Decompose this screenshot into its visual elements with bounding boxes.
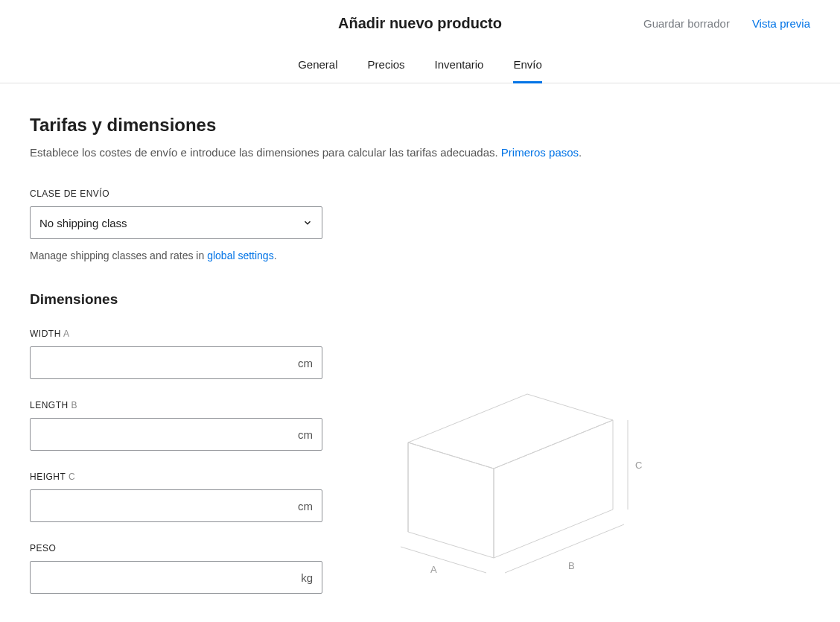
section-title: Tarifas y dimensiones bbox=[30, 115, 810, 136]
svg-marker-1 bbox=[408, 394, 613, 469]
shipping-class-value: No shipping class bbox=[39, 217, 127, 229]
svg-text:A: A bbox=[430, 564, 437, 575]
svg-line-5 bbox=[401, 547, 486, 573]
length-label: LENGTH B bbox=[30, 400, 322, 410]
length-input[interactable] bbox=[31, 419, 289, 450]
svg-text:B: B bbox=[568, 560, 575, 571]
page-title: Añadir nuevo producto bbox=[338, 15, 502, 32]
shipping-class-field: CLASE DE ENVÍO No shipping class Manage … bbox=[30, 188, 810, 261]
weight-field: PESO kg bbox=[30, 543, 322, 594]
width-label: WIDTH A bbox=[30, 329, 322, 339]
tabs: General Precios Inventario Envío bbox=[0, 46, 840, 83]
tab-prices[interactable]: Precios bbox=[368, 46, 405, 83]
page-header: Añadir nuevo producto Guardar borrador V… bbox=[0, 0, 840, 46]
save-draft-button[interactable]: Guardar borrador bbox=[643, 17, 730, 30]
width-unit: cm bbox=[289, 357, 322, 369]
weight-unit: kg bbox=[292, 571, 322, 584]
height-input[interactable] bbox=[31, 490, 289, 521]
shipping-class-helper: Manage shipping classes and rates in glo… bbox=[30, 250, 810, 261]
weight-input[interactable] bbox=[31, 562, 292, 593]
tab-inventory[interactable]: Inventario bbox=[435, 46, 484, 83]
width-input[interactable] bbox=[31, 347, 289, 378]
tab-shipping[interactable]: Envío bbox=[513, 46, 541, 83]
preview-button[interactable]: Vista previa bbox=[752, 17, 810, 30]
section-description: Establece los costes de envío e introduc… bbox=[30, 146, 810, 159]
svg-marker-0 bbox=[408, 442, 494, 558]
box-diagram: A B C bbox=[367, 379, 665, 580]
height-label: HEIGHT C bbox=[30, 472, 322, 482]
tab-general[interactable]: General bbox=[298, 46, 337, 83]
svg-line-7 bbox=[505, 524, 624, 573]
shipping-class-label: CLASE DE ENVÍO bbox=[30, 188, 810, 199]
weight-label: PESO bbox=[30, 543, 322, 553]
content: Tarifas y dimensiones Establece los cost… bbox=[0, 83, 840, 622]
dimensions-title: Dimensiones bbox=[30, 291, 810, 308]
shipping-class-select[interactable]: No shipping class bbox=[30, 206, 322, 239]
svg-marker-2 bbox=[494, 420, 613, 558]
height-unit: cm bbox=[289, 500, 322, 512]
header-actions: Guardar borrador Vista previa bbox=[643, 0, 810, 46]
getting-started-link[interactable]: Primeros pasos bbox=[501, 146, 579, 159]
chevron-down-icon bbox=[302, 218, 313, 228]
svg-text:C: C bbox=[635, 460, 642, 471]
height-field: HEIGHT C cm bbox=[30, 472, 322, 522]
width-field: WIDTH A cm bbox=[30, 329, 322, 379]
length-field: LENGTH B cm bbox=[30, 400, 322, 451]
global-settings-link[interactable]: global settings bbox=[207, 250, 274, 261]
length-unit: cm bbox=[289, 428, 322, 441]
